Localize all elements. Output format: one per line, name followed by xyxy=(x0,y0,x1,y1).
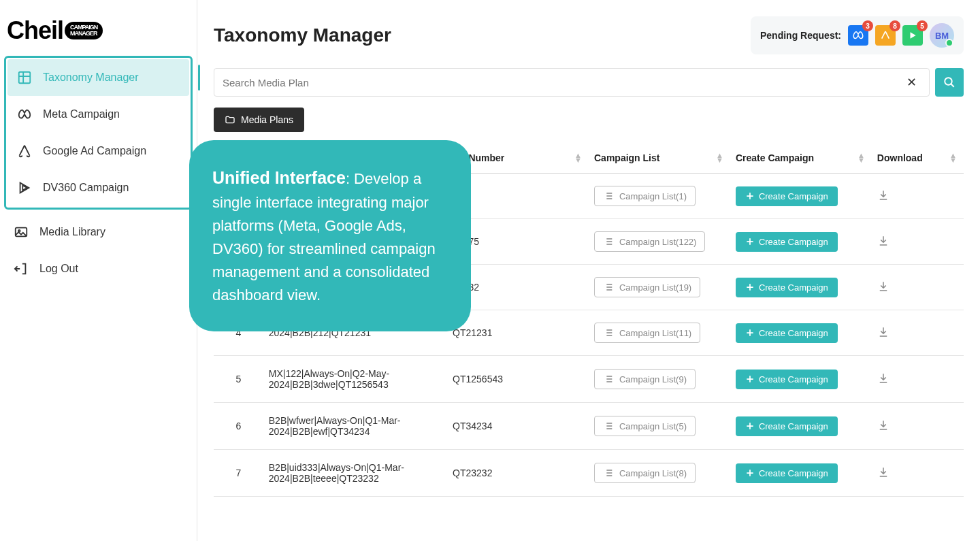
plus-icon xyxy=(745,237,755,246)
th-create[interactable]: Create Campaign▲▼ xyxy=(730,143,872,174)
pending-meta-icon[interactable]: 3 xyxy=(848,25,868,46)
download-icon[interactable] xyxy=(877,470,889,480)
page-title: Taxonomy Manager xyxy=(214,24,391,46)
cell-sno: 6 xyxy=(214,403,263,450)
pending-requests: Pending Request: 3 8 5 BM xyxy=(751,16,964,54)
create-campaign-button[interactable]: Create Campaign xyxy=(736,232,838,252)
callout-title: Unified Interface xyxy=(212,168,346,187)
table-row: 5MX|122|Always-On|Q2-May-2024|B2B|3dwe|Q… xyxy=(214,356,964,403)
download-icon[interactable] xyxy=(877,423,889,433)
campaign-list-button[interactable]: Campaign List(11) xyxy=(594,323,700,343)
cell-qt: QT1256543 xyxy=(447,356,589,403)
download-icon[interactable] xyxy=(877,238,889,249)
logo-text: Cheil xyxy=(7,16,63,45)
nav-dv360-campaign[interactable]: DV360 Campaign xyxy=(7,169,189,206)
cell-qt: QT34234 xyxy=(447,403,589,450)
cell-sno: 7 xyxy=(214,450,263,497)
pending-google-ads-icon[interactable]: 8 xyxy=(875,25,896,46)
nav-taxonomy-manager[interactable]: Taxonomy Manager xyxy=(7,59,189,96)
cell-download xyxy=(872,403,964,450)
cell-list: Campaign List(11) xyxy=(589,310,730,356)
download-icon[interactable] xyxy=(877,284,889,295)
search-icon xyxy=(943,76,956,88)
list-icon xyxy=(603,327,614,338)
badge-count: 5 xyxy=(917,20,928,31)
cell-create: Create Campaign xyxy=(730,403,872,450)
campaign-list-button[interactable]: Campaign List(9) xyxy=(594,369,696,389)
sidebar: Cheil CAMPAIGN MANAGER Taxonomy Manager … xyxy=(0,0,197,541)
nav-label: Meta Campaign xyxy=(43,108,120,120)
plus-icon xyxy=(745,282,755,292)
th-download[interactable]: Download▲▼ xyxy=(872,143,964,174)
campaign-list-button[interactable]: Campaign List(5) xyxy=(594,416,696,436)
th-list[interactable]: Campaign List▲▼ xyxy=(589,143,730,174)
search-button[interactable] xyxy=(935,68,964,97)
nav-logout[interactable]: Log Out xyxy=(0,250,197,287)
table-row: 6B2B|wfwer|Always-On|Q1-Mar-2024|B2B|ewf… xyxy=(214,403,964,450)
cell-download xyxy=(872,356,964,403)
cell-sno: 5 xyxy=(214,356,263,403)
campaign-list-button[interactable]: Campaign List(122) xyxy=(594,231,705,252)
plus-icon xyxy=(745,328,755,338)
table-row: 7B2B|uid333|Always-On|Q1-Mar-2024|B2B|te… xyxy=(214,450,964,497)
search-input[interactable] xyxy=(223,77,902,88)
logout-icon xyxy=(14,261,29,276)
list-icon xyxy=(603,421,614,431)
create-campaign-button[interactable]: Create Campaign xyxy=(736,416,838,436)
image-icon xyxy=(14,225,29,240)
search-row: ✕ xyxy=(197,63,980,102)
campaign-list-button[interactable]: Campaign List(19) xyxy=(594,277,700,297)
cell-download xyxy=(872,265,964,310)
create-campaign-button[interactable]: Create Campaign xyxy=(736,323,838,343)
nav-label: Media Library xyxy=(39,226,105,238)
campaign-list-button[interactable]: Campaign List(8) xyxy=(594,463,696,483)
create-campaign-button[interactable]: Create Campaign xyxy=(736,463,838,483)
clear-icon[interactable]: ✕ xyxy=(902,75,921,90)
download-icon[interactable] xyxy=(877,376,889,387)
cell-create: Create Campaign xyxy=(730,356,872,403)
google-ads-icon xyxy=(17,144,32,159)
cell-list: Campaign List(8) xyxy=(589,450,730,497)
pending-dv360-icon[interactable]: 5 xyxy=(902,25,923,46)
cell-download xyxy=(872,174,964,219)
sort-icon: ▲▼ xyxy=(574,153,582,162)
cell-download xyxy=(872,219,964,265)
callout-body: : Develop a single interface integrating… xyxy=(212,170,436,304)
cell-list: Campaign List(9) xyxy=(589,356,730,403)
plus-icon xyxy=(745,374,755,384)
cell-list: Campaign List(1) xyxy=(589,174,730,219)
cell-create: Create Campaign xyxy=(730,219,872,265)
nav-label: Google Ad Campaign xyxy=(43,145,146,157)
tab-row: Media Plans xyxy=(197,102,980,143)
create-campaign-button[interactable]: Create Campaign xyxy=(736,186,838,206)
nav-media-library[interactable]: Media Library xyxy=(0,214,197,250)
campaign-list-button[interactable]: Campaign List(1) xyxy=(594,186,696,206)
nav-google-ad-campaign[interactable]: Google Ad Campaign xyxy=(7,133,189,169)
plus-icon xyxy=(745,468,755,478)
sort-icon: ▲▼ xyxy=(949,153,957,162)
meta-icon xyxy=(17,107,32,122)
cell-create: Create Campaign xyxy=(730,450,872,497)
create-campaign-button[interactable]: Create Campaign xyxy=(736,370,838,389)
search-box: ✕ xyxy=(214,68,930,97)
list-icon xyxy=(603,468,614,478)
folder-icon xyxy=(225,114,235,125)
cell-name: B2B|uid333|Always-On|Q1-Mar-2024|B2B|tee… xyxy=(263,450,447,497)
cell-create: Create Campaign xyxy=(730,265,872,310)
download-icon[interactable] xyxy=(877,193,889,203)
download-icon[interactable] xyxy=(877,329,889,340)
nav-label: Log Out xyxy=(39,263,78,275)
cell-name: MX|122|Always-On|Q2-May-2024|B2B|3dwe|QT… xyxy=(263,356,447,403)
cell-list: Campaign List(19) xyxy=(589,265,730,310)
nav-meta-campaign[interactable]: Meta Campaign xyxy=(7,96,189,133)
cell-download xyxy=(872,450,964,497)
create-campaign-button[interactable]: Create Campaign xyxy=(736,278,838,297)
logo: Cheil CAMPAIGN MANAGER xyxy=(0,0,197,52)
sort-icon: ▲▼ xyxy=(858,153,865,162)
cell-qt: QT23232 xyxy=(447,450,589,497)
avatar[interactable]: BM xyxy=(930,23,954,48)
grid-icon xyxy=(17,70,32,85)
tab-media-plans[interactable]: Media Plans xyxy=(214,108,304,132)
list-icon xyxy=(603,191,614,201)
sort-icon: ▲▼ xyxy=(716,153,723,162)
